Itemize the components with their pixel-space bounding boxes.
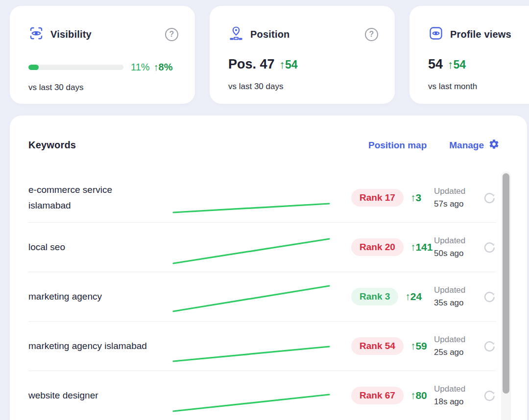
rank-delta: ↑3 — [410, 192, 421, 204]
up-arrow-icon: ↑ — [410, 192, 416, 203]
keywords-title: Keywords — [28, 140, 76, 151]
position-value-row: Pos. 47 ↑54 — [228, 57, 378, 72]
position-card-header: Position ? — [228, 25, 378, 43]
keyword-label: local seo — [28, 239, 172, 255]
profile-views-value-row: 54 ↑54 — [428, 57, 529, 72]
position-help-icon[interactable]: ? — [365, 28, 378, 41]
keyword-row: marketing agency islamabad Rank 54 ↑59 U… — [28, 322, 496, 371]
keyword-trend-sparkline — [172, 322, 330, 371]
position-card: Position ? Pos. 47 ↑54 vs last 30 days — [210, 6, 395, 104]
updated-timestamp: Updated 35s ago — [434, 284, 483, 309]
refresh-icon[interactable] — [483, 191, 496, 205]
rank-delta: ↑24 — [405, 291, 422, 303]
up-arrow-icon: ↑ — [410, 241, 416, 253]
visibility-progress-track — [28, 65, 123, 70]
keywords-list: e-commerce service islamabad Rank 17 ↑3 … — [28, 173, 496, 420]
updated-timestamp: Updated 25s ago — [434, 333, 483, 359]
position-title: Position — [250, 29, 290, 40]
refresh-icon[interactable] — [483, 290, 496, 303]
position-delta: ↑54 — [280, 58, 298, 71]
rank-delta: ↑59 — [410, 340, 427, 352]
keyword-label: marketing agency islamabad — [28, 338, 172, 354]
up-arrow-icon: ↑ — [405, 291, 410, 302]
keyword-label: marketing agency — [28, 289, 172, 304]
visibility-progress-fill — [28, 65, 39, 70]
updated-timestamp: Updated 57s ago — [434, 185, 483, 210]
visibility-value: 11% — [131, 62, 150, 73]
gear-icon — [488, 139, 500, 152]
refresh-icon[interactable] — [483, 340, 496, 353]
refresh-icon[interactable] — [483, 389, 496, 402]
visibility-card: Visibility ? 11% ↑8% vs last 30 days — [10, 6, 195, 104]
visibility-compare-label: vs last 30 days — [28, 83, 178, 93]
updated-timestamp: Updated 18s ago — [434, 383, 483, 408]
rank-cell: Rank 3 ↑24 — [330, 288, 434, 305]
scrollbar-thumb[interactable] — [503, 173, 509, 394]
position-icon — [228, 25, 244, 43]
keyword-trend-sparkline — [172, 371, 330, 420]
up-arrow-icon: ↑ — [410, 340, 416, 351]
position-map-link[interactable]: Position map — [368, 140, 427, 151]
profile-views-value: 54 — [428, 57, 443, 72]
up-arrow-icon: ↑ — [154, 62, 159, 72]
up-arrow-icon: ↑ — [280, 58, 286, 71]
up-arrow-icon: ↑ — [448, 58, 454, 71]
rank-badge: Rank 20 — [351, 238, 404, 256]
updated-timestamp: Updated 50s ago — [434, 234, 483, 260]
profile-views-icon — [428, 25, 444, 43]
visibility-card-header: Visibility ? — [28, 25, 178, 43]
visibility-icon — [28, 25, 44, 43]
visibility-progress-row: 11% ↑8% — [28, 62, 178, 73]
position-compare-label: vs last 30 days — [228, 82, 378, 92]
profile-views-compare-label: vs last month — [428, 82, 529, 92]
keyword-trend-sparkline — [172, 173, 330, 222]
rank-badge: Rank 54 — [351, 337, 404, 355]
stats-row: Visibility ? 11% ↑8% vs last 30 days Pos… — [10, 6, 529, 104]
keyword-label: e-commerce service islamabad — [28, 182, 172, 213]
keyword-row: marketing agency Rank 3 ↑24 Updated 35s … — [28, 272, 496, 322]
rank-delta: ↑80 — [410, 390, 427, 401]
rank-cell: Rank 67 ↑80 — [330, 387, 434, 404]
keyword-row: local seo Rank 20 ↑141 Updated 50s ago — [28, 223, 496, 272]
rank-badge: Rank 17 — [351, 189, 404, 207]
rank-badge: Rank 3 — [351, 288, 398, 305]
keywords-actions: Position map Manage — [368, 139, 500, 152]
scrollbar-track[interactable] — [501, 171, 511, 420]
position-value: Pos. 47 — [228, 57, 275, 72]
keywords-panel: Keywords Position map Manage e-commerce … — [10, 116, 527, 420]
rank-delta: ↑141 — [410, 241, 433, 253]
profile-views-card-header: Profile views ? — [428, 25, 529, 43]
keyword-trend-sparkline — [172, 223, 330, 272]
visibility-delta: ↑8% — [154, 62, 173, 73]
keyword-trend-sparkline — [172, 272, 330, 321]
keywords-panel-header: Keywords Position map Manage — [10, 116, 527, 152]
visibility-title: Visibility — [50, 29, 92, 40]
rank-cell: Rank 17 ↑3 — [330, 189, 434, 207]
keyword-row: website designer Rank 67 ↑80 Updated 18s… — [28, 371, 496, 420]
keyword-label: website designer — [28, 388, 172, 403]
keyword-row: e-commerce service islamabad Rank 17 ↑3 … — [28, 173, 496, 223]
rank-cell: Rank 54 ↑59 — [330, 337, 434, 355]
profile-views-card: Profile views ? 54 ↑54 vs last month — [409, 6, 529, 104]
profile-views-title: Profile views — [450, 29, 511, 40]
rank-cell: Rank 20 ↑141 — [330, 238, 434, 256]
profile-views-delta: ↑54 — [448, 58, 466, 71]
visibility-help-icon[interactable]: ? — [165, 28, 178, 41]
rank-badge: Rank 67 — [351, 387, 404, 404]
refresh-icon[interactable] — [483, 241, 496, 254]
up-arrow-icon: ↑ — [410, 390, 416, 401]
manage-link[interactable]: Manage — [449, 139, 500, 152]
